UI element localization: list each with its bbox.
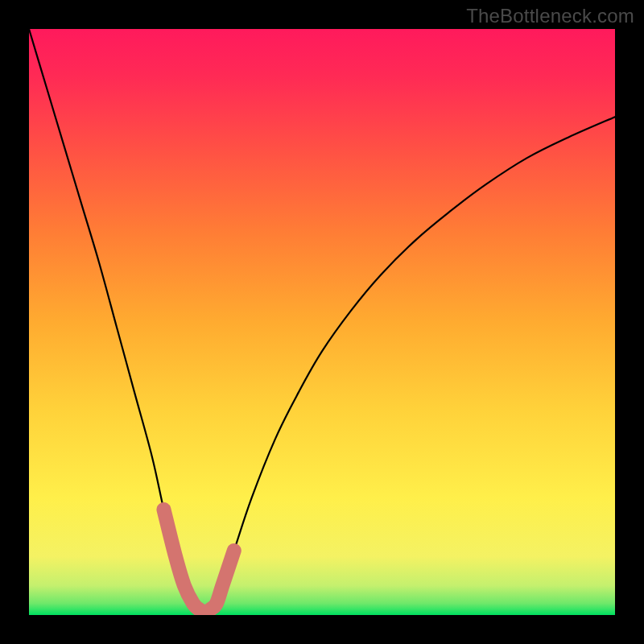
chart-frame: TheBottleneck.com — [0, 0, 644, 644]
watermark-text: TheBottleneck.com — [466, 5, 634, 27]
plot-area — [29, 29, 615, 615]
background-gradient — [29, 29, 615, 615]
svg-rect-0 — [29, 29, 615, 615]
